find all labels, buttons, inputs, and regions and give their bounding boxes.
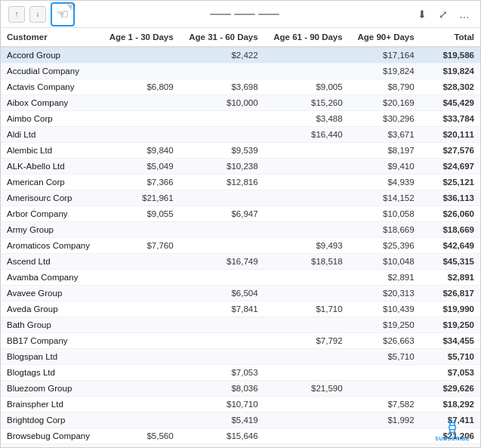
amount-cell	[349, 444, 421, 448]
amount-cell: $26,060	[421, 206, 480, 222]
table-scroll-area[interactable]: Customer Age 1 - 30 Days Age 31 - 60 Day…	[1, 28, 480, 447]
customer-name: Amerisourc Corp	[1, 190, 100, 206]
more-button[interactable]: …	[456, 6, 473, 23]
customer-name: Accudial Company	[1, 63, 100, 79]
amount-cell	[264, 206, 349, 222]
amount-cell	[100, 127, 179, 143]
amount-cell: $7,582	[349, 397, 421, 412]
amount-cell: $34,455	[421, 333, 480, 349]
table-row: Accord Group$2,422$17,164$19,586	[1, 47, 480, 63]
amount-cell: $25,396	[349, 238, 421, 254]
amount-cell	[100, 286, 179, 301]
amount-cell: $19,824	[421, 63, 480, 79]
amount-cell: $8,197	[349, 143, 421, 159]
col-age-1-30: Age 1 - 30 Days	[100, 28, 179, 47]
amount-cell: $10,058	[349, 206, 421, 222]
amount-cell	[349, 428, 421, 444]
amount-cell: $9,840	[100, 143, 179, 159]
amount-cell: $8,790	[349, 79, 421, 95]
main-window: ↑ ↓ ☜ ⬇ ⤢ … Customer Age 1 - 30 Days	[0, 0, 481, 448]
amount-cell: $10,000	[180, 95, 264, 111]
table-row: Aimbo Corp$3,488$30,296$33,784	[1, 111, 480, 127]
col-age-61-90: Age 61 - 90 Days	[264, 28, 349, 47]
customer-name: Browsebug Company	[1, 428, 100, 444]
amount-cell: $16,749	[180, 254, 264, 270]
amount-cell: $7,053	[421, 365, 480, 381]
content-area: Customer Age 1 - 30 Days Age 31 - 60 Day…	[1, 28, 480, 447]
amount-cell: $9,493	[264, 238, 349, 254]
amount-cell	[180, 111, 264, 127]
amount-cell: $19,250	[349, 317, 421, 333]
amount-cell	[100, 95, 179, 111]
amount-cell: $5,710	[421, 349, 480, 365]
table-row: Ascend Ltd$16,749$18,518$10,048$45,315	[1, 254, 480, 270]
amount-cell: $30,296	[349, 111, 421, 127]
table-row: Blogtags Ltd$7,053$7,053	[1, 365, 480, 381]
amount-cell	[264, 397, 349, 412]
amount-cell: $29,626	[421, 381, 480, 397]
amount-cell	[264, 317, 349, 333]
table-body: Accord Group$2,422$17,164$19,586Accudial…	[1, 47, 480, 447]
amount-cell: $10,188	[264, 444, 349, 448]
customer-name: Brightdog Corp	[1, 412, 100, 428]
amount-cell	[100, 111, 179, 127]
amount-cell: $2,891	[349, 270, 421, 286]
amount-cell	[180, 190, 264, 206]
table-row: Browsebire Corp$6,656$10,188$16,844	[1, 444, 480, 448]
table-row: Avamba Company$2,891$2,891	[1, 270, 480, 286]
customer-name: Aveda Group	[1, 301, 100, 317]
amount-cell	[100, 412, 179, 428]
amount-cell	[264, 349, 349, 365]
amount-cell: $9,539	[180, 143, 264, 159]
amount-cell	[180, 127, 264, 143]
amount-cell: $4,939	[349, 175, 421, 190]
amount-cell: $10,048	[349, 254, 421, 270]
amount-cell: $14,152	[349, 190, 421, 206]
amount-cell	[100, 254, 179, 270]
table-row: Bath Group$19,250$19,250	[1, 317, 480, 333]
customer-name: Avamba Company	[1, 270, 100, 286]
amount-cell: $25,121	[421, 175, 480, 190]
table-row: BB17 Company$7,792$26,663$34,455	[1, 333, 480, 349]
amount-cell	[100, 63, 179, 79]
up-arrow-button[interactable]: ↑	[8, 6, 25, 23]
amount-cell	[180, 317, 264, 333]
table-row: Avavee Group$6,504$20,313$26,817	[1, 286, 480, 301]
customer-name: Aromaticos Company	[1, 238, 100, 254]
customer-name: Arbor Company	[1, 206, 100, 222]
amount-cell	[100, 444, 179, 448]
customer-name: ALK-Abello Ltd	[1, 159, 100, 175]
aging-table: Customer Age 1 - 30 Days Age 31 - 60 Day…	[1, 28, 480, 447]
customer-name: BB17 Company	[1, 333, 100, 349]
table-row: Alembic Ltd$9,840$9,539$8,197$27,576	[1, 143, 480, 159]
amount-cell: $26,817	[421, 286, 480, 301]
amount-cell: $20,169	[349, 95, 421, 111]
subscribe-badge[interactable]: SUBSCRIBE	[435, 419, 470, 441]
expand-button[interactable]: ⤢	[435, 6, 452, 23]
amount-cell: $2,422	[180, 47, 264, 63]
amount-cell: $20,111	[421, 127, 480, 143]
customer-name: American Corp	[1, 175, 100, 190]
amount-cell: $6,947	[180, 206, 264, 222]
customer-name: Browsebire Corp	[1, 444, 100, 448]
customer-name: Blogspan Ltd	[1, 349, 100, 365]
amount-cell	[264, 190, 349, 206]
table-row: Blogspan Ltd$5,710$5,710	[1, 349, 480, 365]
download-button[interactable]: ⬇	[414, 6, 430, 23]
amount-cell: $15,646	[180, 428, 264, 444]
table-row: Arbor Company$9,055$6,947$10,058$26,060	[1, 206, 480, 222]
amount-cell: $24,697	[421, 159, 480, 175]
amount-cell: $5,419	[180, 412, 264, 428]
amount-cell	[349, 365, 421, 381]
down-arrow-button[interactable]: ↓	[29, 6, 46, 23]
drag-handle[interactable]	[210, 14, 279, 15]
amount-cell	[180, 333, 264, 349]
amount-cell: $5,710	[349, 349, 421, 365]
amount-cell: $33,784	[421, 111, 480, 127]
table-row: Army Group$18,669$18,669	[1, 222, 480, 238]
cursor-button[interactable]: ☜	[51, 2, 75, 26]
amount-cell: $19,990	[421, 301, 480, 317]
amount-cell: $6,809	[100, 79, 179, 95]
amount-cell	[100, 301, 179, 317]
amount-cell: $9,410	[349, 159, 421, 175]
